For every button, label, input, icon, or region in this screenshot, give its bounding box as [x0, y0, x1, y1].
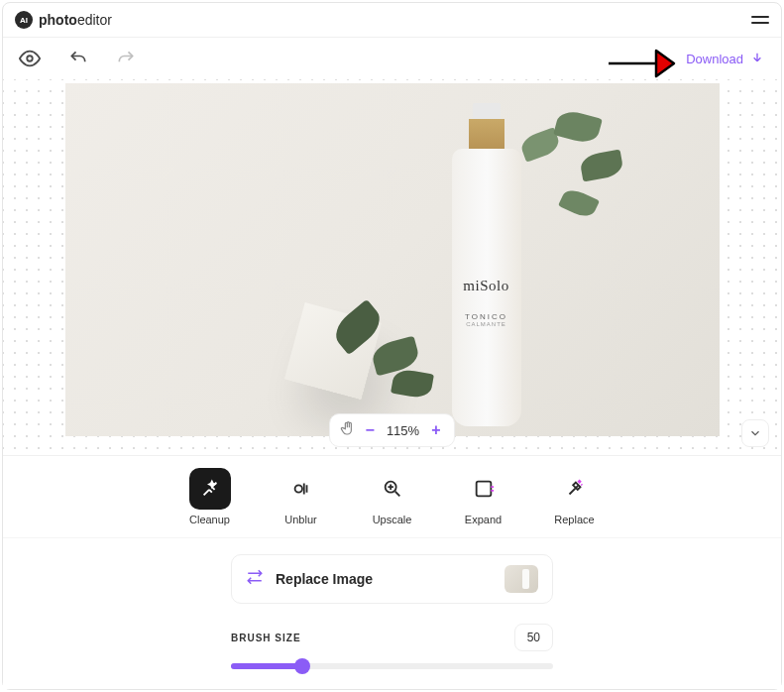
app-header: AI photoeditor — [3, 3, 781, 38]
expand-label: Expand — [465, 514, 502, 525]
zoom-percent: 115% — [387, 423, 419, 438]
zoom-out-button[interactable]: − — [362, 421, 379, 439]
tool-upscale[interactable]: Upscale — [372, 468, 413, 525]
cleanup-icon — [189, 468, 231, 510]
download-arrow-icon — [749, 51, 765, 66]
logo-text: photoeditor — [39, 12, 112, 28]
replace-image-label: Replace Image — [276, 571, 373, 587]
tool-expand[interactable]: Expand — [463, 468, 504, 525]
preview-product-bottle: miSolo TONICO CALMANTE — [452, 103, 521, 430]
unblur-icon — [280, 468, 322, 510]
svg-rect-3 — [476, 482, 491, 497]
tool-panel: Replace Image BRUSH SIZE 50 — [3, 537, 781, 689]
slider-thumb[interactable] — [294, 658, 310, 674]
redo-icon[interactable] — [116, 49, 136, 68]
svg-point-0 — [27, 56, 33, 61]
app-window: AI photoeditor Download — [2, 2, 782, 690]
tools-row: Cleanup Unblur Upscale Expand Replace — [3, 455, 781, 537]
canvas-area: miSolo TONICO CALMANTE − 115% + — [3, 79, 781, 455]
swap-icon — [246, 568, 264, 590]
tool-replace[interactable]: Replace — [554, 468, 596, 525]
upscale-icon — [372, 468, 413, 510]
replace-label: Replace — [554, 514, 594, 525]
cleanup-label: Cleanup — [189, 514, 230, 525]
zoom-level: − 115% + — [362, 421, 445, 439]
product-brand: miSolo — [452, 278, 521, 294]
zoom-controls: − 115% + — [329, 413, 456, 447]
image-preview[interactable]: miSolo TONICO CALMANTE — [65, 83, 720, 436]
brush-size-label: BRUSH SIZE — [231, 633, 301, 643]
logo-text-bold: photo — [39, 12, 77, 28]
product-subtype: CALMANTE — [452, 321, 521, 327]
download-button[interactable]: Download — [686, 51, 765, 66]
undo-icon[interactable] — [68, 49, 88, 68]
pan-hand-icon[interactable] — [340, 420, 356, 440]
hamburger-menu-icon[interactable] — [751, 12, 769, 28]
replace-image-button[interactable]: Replace Image — [231, 554, 553, 604]
chevron-down-icon — [748, 426, 762, 440]
top-toolbar: Download — [3, 38, 781, 79]
toolbar-left — [19, 48, 136, 69]
replace-icon — [554, 468, 596, 510]
download-label: Download — [686, 52, 743, 66]
svg-point-1 — [294, 485, 301, 492]
app-logo[interactable]: AI photoeditor — [15, 11, 112, 29]
logo-text-light: editor — [77, 12, 112, 28]
zoom-in-button[interactable]: + — [427, 421, 444, 439]
brush-size-value[interactable]: 50 — [514, 624, 553, 651]
slider-fill — [231, 663, 302, 669]
tool-unblur[interactable]: Unblur — [280, 468, 322, 525]
brush-size-slider[interactable] — [231, 663, 553, 669]
collapse-panel-button[interactable] — [741, 419, 769, 447]
tool-cleanup[interactable]: Cleanup — [189, 468, 231, 525]
toolbar-right: Download — [686, 51, 765, 66]
logo-badge: AI — [15, 11, 33, 29]
brush-size-header: BRUSH SIZE 50 — [231, 624, 553, 651]
unblur-label: Unblur — [284, 514, 316, 525]
expand-icon — [463, 468, 504, 510]
upscale-label: Upscale — [373, 514, 412, 525]
preview-eye-icon[interactable] — [19, 48, 41, 69]
product-type: TONICO — [452, 312, 521, 321]
image-thumbnail — [504, 565, 538, 593]
